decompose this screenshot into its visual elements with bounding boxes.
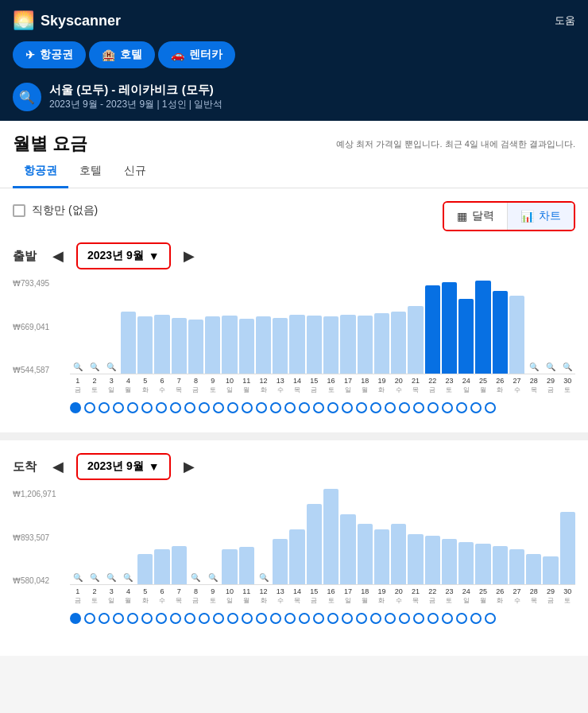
arrival-month-selector[interactable]: 2023년 9월 ▼: [76, 453, 171, 480]
radio-dot[interactable]: [327, 613, 338, 624]
radio-dot[interactable]: [399, 613, 410, 624]
bar-item[interactable]: 🔍: [205, 570, 220, 584]
radio-dot[interactable]: [456, 402, 467, 413]
bar-item[interactable]: [273, 539, 288, 584]
bar-item[interactable]: [442, 539, 457, 584]
radio-dot[interactable]: [299, 402, 310, 413]
bar-item[interactable]: 🔍: [104, 570, 119, 584]
radio-dot[interactable]: [141, 613, 153, 624]
radio-dot[interactable]: [213, 613, 224, 624]
bar-item[interactable]: [239, 319, 254, 374]
radio-dot[interactable]: [413, 613, 424, 624]
bar-item[interactable]: [289, 315, 304, 374]
departure-prev-button[interactable]: ◀: [48, 246, 68, 266]
bar-item[interactable]: 🔍: [87, 570, 102, 584]
tab-flights[interactable]: ✈ 항공권: [13, 41, 86, 68]
bar-item[interactable]: [307, 316, 322, 374]
tab-car[interactable]: 🚗 렌터카: [158, 41, 235, 68]
bar-item[interactable]: [543, 556, 558, 584]
bar-item[interactable]: [475, 544, 490, 584]
radio-dot[interactable]: [127, 402, 138, 413]
radio-dot[interactable]: [470, 613, 482, 624]
bar-item[interactable]: [408, 534, 423, 584]
bar-item[interactable]: [391, 312, 406, 374]
bar-item[interactable]: [323, 316, 338, 374]
bar-item[interactable]: 🔍: [543, 359, 558, 374]
help-link[interactable]: 도움: [555, 14, 575, 28]
bar-item[interactable]: [509, 296, 524, 374]
bar-item[interactable]: [273, 318, 288, 374]
bar-item[interactable]: [323, 489, 338, 584]
bar-item[interactable]: [358, 316, 373, 374]
bar-item[interactable]: 🔍: [70, 359, 85, 374]
bar-item[interactable]: [154, 549, 169, 584]
radio-dot[interactable]: [370, 613, 381, 624]
bar-item[interactable]: [526, 554, 541, 584]
bar-item[interactable]: [560, 512, 575, 584]
bar-item[interactable]: [222, 549, 237, 584]
bar-item[interactable]: 🔍: [70, 570, 85, 584]
radio-dot[interactable]: [313, 613, 324, 624]
bar-item[interactable]: [425, 285, 440, 374]
radio-dot[interactable]: [342, 613, 353, 624]
bar-item[interactable]: [172, 546, 187, 584]
radio-dot[interactable]: [284, 402, 296, 413]
radio-dot[interactable]: [84, 613, 95, 624]
radio-dot[interactable]: [84, 402, 95, 413]
radio-dot[interactable]: [370, 402, 381, 413]
bar-item[interactable]: [408, 306, 423, 374]
bar-item[interactable]: [425, 536, 440, 584]
radio-dot[interactable]: [113, 402, 124, 413]
radio-dot[interactable]: [385, 613, 396, 624]
content-tab-flights[interactable]: 항공권: [13, 156, 68, 188]
bar-item[interactable]: [137, 554, 153, 584]
bar-item[interactable]: [358, 524, 373, 584]
bar-item[interactable]: [493, 291, 508, 374]
radio-dot[interactable]: [427, 402, 439, 413]
radio-dot[interactable]: [113, 613, 124, 624]
content-tab-new[interactable]: 신규: [113, 156, 157, 188]
radio-dot[interactable]: [270, 402, 281, 413]
bar-item[interactable]: [289, 529, 304, 584]
tab-hotels[interactable]: 🏨 호텔: [89, 41, 155, 68]
radio-dot[interactable]: [141, 402, 153, 413]
bar-item[interactable]: 🔍: [526, 359, 541, 374]
bar-item[interactable]: [340, 514, 355, 584]
bar-item[interactable]: [475, 281, 490, 374]
bar-item[interactable]: [458, 542, 474, 584]
bar-item[interactable]: [340, 315, 355, 374]
arrival-prev-button[interactable]: ◀: [48, 456, 68, 477]
bar-item[interactable]: 🔍: [104, 359, 119, 374]
radio-dot[interactable]: [170, 402, 181, 413]
radio-dot[interactable]: [227, 613, 238, 624]
radio-dot[interactable]: [256, 613, 267, 624]
bar-item[interactable]: [307, 504, 322, 584]
radio-dot[interactable]: [242, 613, 253, 624]
radio-dot[interactable]: [485, 613, 496, 624]
radio-dot[interactable]: [399, 402, 410, 413]
arrival-next-button[interactable]: ▶: [179, 456, 199, 477]
radio-dot[interactable]: [99, 613, 110, 624]
radio-dot[interactable]: [413, 402, 424, 413]
bar-item[interactable]: [374, 313, 389, 374]
radio-dot[interactable]: [213, 402, 224, 413]
bar-item[interactable]: [509, 549, 524, 584]
radio-dot[interactable]: [99, 402, 110, 413]
bar-item[interactable]: [391, 524, 406, 584]
radio-dot[interactable]: [70, 402, 81, 413]
radio-dot[interactable]: [427, 613, 439, 624]
bar-item[interactable]: 🔍: [256, 570, 271, 584]
radio-dot[interactable]: [470, 402, 482, 413]
bar-item[interactable]: [222, 316, 237, 374]
radio-dot[interactable]: [342, 402, 353, 413]
direct-only-checkbox[interactable]: [13, 204, 25, 217]
logo[interactable]: 🌅 Skyscanner: [13, 10, 121, 31]
radio-dot[interactable]: [327, 402, 338, 413]
radio-dot[interactable]: [299, 613, 310, 624]
bar-item[interactable]: [121, 312, 136, 374]
radio-dot[interactable]: [356, 402, 367, 413]
radio-dot[interactable]: [156, 402, 167, 413]
bar-item[interactable]: 🔍: [121, 570, 136, 584]
radio-dot[interactable]: [356, 613, 367, 624]
bar-item[interactable]: [188, 320, 203, 374]
